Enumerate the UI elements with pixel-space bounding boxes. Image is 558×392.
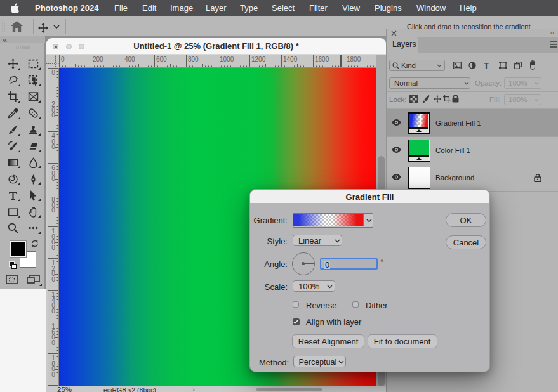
svg-text:0: 0 — [51, 276, 55, 283]
svg-text:400: 400 — [124, 56, 135, 63]
svg-text:0: 0 — [61, 56, 65, 63]
svg-text:800: 800 — [188, 56, 199, 63]
svg-text:1600: 1600 — [315, 56, 329, 63]
svg-text:1000: 1000 — [220, 56, 234, 63]
svg-text:600: 600 — [156, 56, 167, 63]
svg-text:1800: 1800 — [347, 56, 361, 63]
svg-text:0: 0 — [51, 339, 55, 346]
svg-text:0: 0 — [51, 207, 55, 214]
svg-text:1200: 1200 — [251, 56, 266, 63]
svg-text:0: 0 — [51, 175, 55, 182]
svg-text:200: 200 — [93, 56, 103, 63]
svg-text:0: 0 — [51, 244, 55, 251]
svg-text:0: 0 — [51, 69, 55, 76]
svg-text:0: 0 — [51, 112, 55, 119]
svg-text:0: 0 — [51, 308, 55, 315]
svg-text:0: 0 — [51, 371, 55, 378]
svg-text:1400: 1400 — [283, 56, 298, 63]
svg-text:0: 0 — [51, 143, 55, 150]
